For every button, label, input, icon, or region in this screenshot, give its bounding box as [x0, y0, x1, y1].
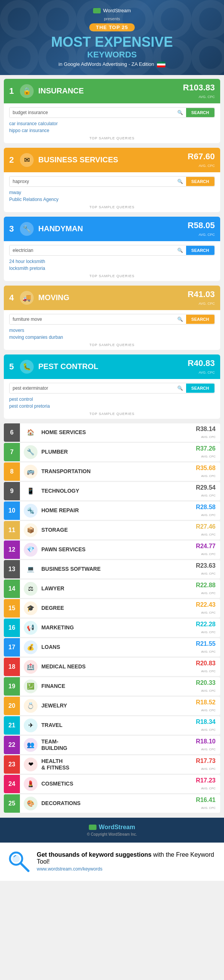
row-amount-16: R22.28 — [196, 621, 216, 628]
row-price-19: R20.33 AVG. CPC — [196, 679, 220, 693]
row-rank-badge-23: 23 — [4, 755, 20, 774]
search-input-3[interactable] — [10, 245, 174, 255]
footer-link[interactable]: www.wordstream.com/keywords — [37, 866, 102, 872]
row-amount-13: R23.63 — [196, 562, 216, 569]
footer-wordstream: WordStream © Copyright WordStream Inc. — [0, 818, 224, 843]
row-label-24: COSMETICS — [41, 781, 196, 787]
footer-ws-icon — [89, 825, 96, 830]
rank-num-5: 5 — [9, 362, 20, 372]
price-amount-4: R41.03 — [188, 289, 215, 299]
top-card-1: 1 🔒 INSURANCE R103.83 AVG. CPC 🔍 SEARCH … — [4, 79, 220, 143]
header: WordStream presents THE TOP 25 MOST EXPE… — [0, 0, 224, 75]
row-icon-8: 🚌 — [24, 465, 38, 479]
footer-cta-text: Get thousands of keyword suggestions wit… — [37, 851, 216, 872]
row-icon-15: 🎓 — [24, 601, 38, 615]
search-icon-4: 🔍 — [174, 314, 186, 324]
row-rank-badge-22: 22 — [4, 736, 20, 754]
card-title-4: MOVING — [38, 293, 188, 302]
rank-num-2: 2 — [9, 155, 20, 165]
search-row-5[interactable]: 🔍 SEARCH — [9, 383, 215, 394]
query-item-4-1[interactable]: moving companies durban — [9, 334, 215, 341]
row-price-14: R22.88 AVG. CPC — [196, 582, 220, 596]
row-icon-13: 💻 — [24, 562, 38, 576]
price-avg-4: AVG. CPC — [199, 302, 215, 305]
search-input-1[interactable] — [10, 108, 174, 118]
rows-container: 6 🏠 HOME SERVICES R38.14 AVG. CPC 7 🔧 PL… — [4, 423, 220, 813]
card-icon-3: 🔧 — [20, 222, 34, 236]
card-icon-1: 🔒 — [20, 84, 34, 98]
row-rank-badge-12: 12 — [4, 541, 20, 559]
main-title-line1: MOST EXPENSIVE — [8, 34, 216, 50]
footer-logo-row: WordStream — [6, 824, 218, 831]
search-btn-3[interactable]: SEARCH — [186, 246, 214, 255]
rank-row-15: 15 🎓 DEGREE R22.43 AVG. CPC — [4, 599, 220, 617]
query-item-3-0[interactable]: 24 hour locksmith — [9, 258, 215, 265]
query-item-1-1[interactable]: hippo car insurance — [9, 127, 215, 134]
row-label-15: DEGREE — [41, 605, 196, 611]
price-avg-3: AVG. CPC — [199, 233, 215, 237]
top5-container: 1 🔒 INSURANCE R103.83 AVG. CPC 🔍 SEARCH … — [4, 79, 220, 419]
query-list-3: 24 hour locksmithlocksmith pretoria — [9, 258, 215, 272]
search-row-4[interactable]: 🔍 SEARCH — [9, 314, 215, 325]
search-row-1[interactable]: 🔍 SEARCH — [9, 107, 215, 118]
search-btn-4[interactable]: SEARCH — [186, 315, 214, 324]
row-amount-11: R27.46 — [196, 523, 216, 530]
row-icon-19: 💹 — [24, 679, 38, 693]
top-card-2: 2 ✉ BUSINESS SERVICES R67.60 AVG. CPC 🔍 … — [4, 148, 220, 212]
row-label-18: MEDICAL NEEDS — [41, 663, 196, 670]
query-list-2: mwayPublic Relations Agency — [9, 189, 215, 203]
content: 1 🔒 INSURANCE R103.83 AVG. CPC 🔍 SEARCH … — [0, 75, 224, 818]
search-icon-3: 🔍 — [174, 245, 186, 255]
card-title-5: PEST CONTROL — [38, 362, 188, 371]
price-amount-1: R103.83 — [183, 83, 215, 93]
rank-row-6: 6 🏠 HOME SERVICES R38.14 AVG. CPC — [4, 423, 220, 442]
card-title-2: BUSINESS SERVICES — [38, 155, 188, 164]
search-row-2[interactable]: 🔍 SEARCH — [9, 176, 215, 187]
presents-text: presents — [8, 16, 216, 21]
search-btn-2[interactable]: SEARCH — [186, 177, 214, 186]
query-item-1-0[interactable]: car insurance calculator — [9, 120, 215, 127]
card-header-5: 5 🐛 PEST CONTROL R40.83 AVG. CPC — [4, 354, 220, 379]
rank-row-25: 25 🎨 DECORATIONS R16.41 AVG. CPC — [4, 794, 220, 813]
query-item-5-1[interactable]: pest control pretoria — [9, 403, 215, 410]
row-price-8: R35.68 AVG. CPC — [196, 465, 220, 479]
search-icon-2: 🔍 — [174, 176, 186, 186]
card-price-3: R58.05 AVG. CPC — [188, 220, 215, 237]
row-avg-16: AVG. CPC — [201, 630, 216, 634]
card-header-4: 4 🚚 MOVING R41.03 AVG. CPC — [4, 286, 220, 310]
rank-row-22: 22 👥 TEAM-BUILDING R18.10 AVG. CPC — [4, 736, 220, 754]
search-btn-5[interactable]: SEARCH — [186, 384, 214, 393]
search-row-3[interactable]: 🔍 SEARCH — [9, 245, 215, 256]
search-btn-1[interactable]: SEARCH — [186, 108, 214, 117]
query-item-3-1[interactable]: locksmith pretoria — [9, 265, 215, 272]
footer-cta: Get thousands of keyword suggestions wit… — [0, 843, 224, 881]
rank-row-7: 7 🔧 PLUMBER R37.26 AVG. CPC — [4, 443, 220, 461]
row-rank-badge-24: 24 — [4, 775, 20, 793]
query-item-2-1[interactable]: Public Relations Agency — [9, 196, 215, 203]
search-input-4[interactable] — [10, 314, 174, 324]
query-item-5-0[interactable]: pest control — [9, 396, 215, 403]
row-icon-16: 📢 — [24, 621, 38, 635]
search-input-5[interactable] — [10, 383, 174, 393]
row-price-25: R16.41 AVG. CPC — [196, 797, 220, 810]
row-label-12: PAWN SERVICES — [41, 546, 196, 553]
row-label-8: TRANSPORTATION — [41, 468, 196, 475]
rank-row-19: 19 💹 FINANCE R20.33 AVG. CPC — [4, 677, 220, 696]
rank-num-1: 1 — [9, 86, 20, 96]
search-icon-1: 🔍 — [174, 108, 186, 118]
query-item-4-0[interactable]: movers — [9, 327, 215, 334]
sa-flag-icon — [157, 62, 165, 67]
row-amount-22: R18.10 — [196, 738, 216, 745]
query-item-2-0[interactable]: mway — [9, 189, 215, 196]
card-body-1: 🔍 SEARCH car insurance calculatorhippo c… — [4, 103, 220, 143]
card-icon-5: 🐛 — [20, 360, 34, 374]
row-label-14: LAWYER — [41, 585, 196, 592]
card-header-3: 3 🔧 HANDYMAN R58.05 AVG. CPC — [4, 217, 220, 241]
row-icon-18: 🏥 — [24, 660, 38, 674]
rank-row-9: 9 📱 TECHNOLOGY R29.54 AVG. CPC — [4, 482, 220, 500]
row-rank-badge-17: 17 — [4, 638, 20, 657]
row-rank-badge-16: 16 — [4, 619, 20, 637]
row-avg-10: AVG. CPC — [201, 513, 216, 517]
search-input-2[interactable] — [10, 176, 174, 186]
row-icon-10: 🔩 — [24, 504, 38, 518]
